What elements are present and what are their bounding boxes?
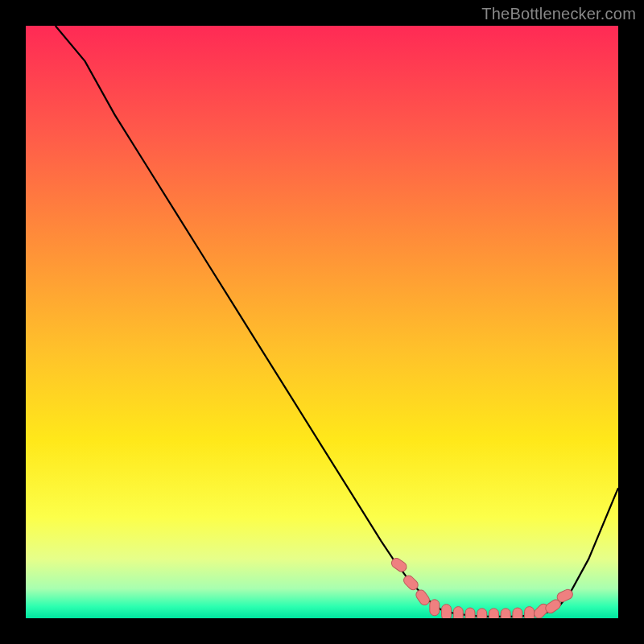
optimal-marker bbox=[465, 608, 475, 618]
bottleneck-chart bbox=[26, 26, 618, 618]
optimal-marker bbox=[414, 588, 431, 607]
optimal-marker bbox=[501, 609, 510, 618]
chart-container: TheBottlenecker.com bbox=[0, 0, 644, 644]
optimal-marker bbox=[513, 608, 522, 618]
optimal-marker bbox=[453, 607, 463, 618]
optimal-marker bbox=[489, 609, 498, 618]
optimal-range-markers bbox=[390, 556, 574, 618]
plot-gradient-background bbox=[26, 26, 618, 618]
optimal-marker bbox=[430, 600, 440, 616]
optimal-marker bbox=[477, 609, 487, 618]
bottleneck-curve bbox=[56, 26, 618, 617]
watermark-text: TheBottlenecker.com bbox=[481, 5, 636, 23]
optimal-marker bbox=[442, 605, 452, 618]
optimal-marker bbox=[525, 607, 535, 618]
